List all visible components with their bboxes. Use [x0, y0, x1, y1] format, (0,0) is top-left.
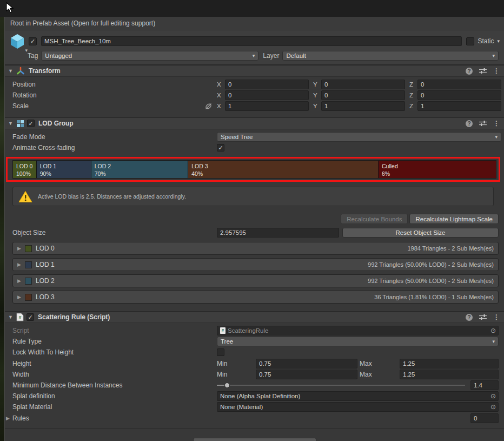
min-distance-slider[interactable]: [217, 380, 465, 390]
transform-header[interactable]: ▼ Transform ? ⋮: [5, 65, 504, 77]
position-label: Position: [12, 81, 217, 88]
lod0-detail-row[interactable]: ▶ LOD 0 1984 Triangles - 2 Sub Mesh(es): [12, 242, 499, 255]
transform-body: Position X Y Z Rotation X Y Z Scale: [5, 77, 504, 115]
axis-x-label[interactable]: X: [217, 81, 222, 88]
gameobject-name-input[interactable]: [41, 36, 462, 46]
rules-count-input[interactable]: [470, 413, 499, 423]
help-icon[interactable]: ?: [466, 314, 473, 321]
position-row: Position X Y Z: [5, 79, 501, 90]
position-z-input[interactable]: [417, 80, 501, 89]
tag-dropdown[interactable]: Untagged ▾: [41, 51, 258, 61]
lod0-segment[interactable]: LOD 0 100%: [13, 161, 37, 178]
object-picker-icon[interactable]: ⊙: [490, 392, 496, 400]
min-distance-label: Minimum Distance Between Instances: [12, 381, 217, 389]
layer-dropdown[interactable]: Default ▾: [282, 51, 499, 61]
width-max-input[interactable]: [400, 370, 499, 379]
foldout-closed-icon[interactable]: ▶: [17, 246, 23, 251]
foldout-open-icon[interactable]: ▼: [8, 314, 14, 320]
scale-z-input[interactable]: [417, 101, 501, 111]
lod0-detail-label: LOD 0: [36, 245, 55, 252]
height-min-input[interactable]: [256, 359, 357, 368]
position-x-input[interactable]: [225, 80, 309, 89]
splat-definition-label: Splat definition: [12, 392, 217, 400]
width-min-input[interactable]: [256, 370, 357, 379]
red-annotation-box: LOD 0 100% LOD 1 90% LOD 2 70% LOD 3 40%: [6, 157, 500, 182]
lod2-detail-row[interactable]: ▶ LOD 2 992 Triangles (50.00% LOD0) - 2 …: [12, 274, 499, 287]
axis-y-label[interactable]: Y: [313, 103, 319, 109]
animate-crossfade-label: Animate Cross-fading: [12, 144, 217, 152]
transform-title: Transform: [29, 67, 61, 75]
prefab-banner-text: Root in Prefab Asset (Open for full edit…: [10, 19, 155, 27]
lod2-color-swatch: [25, 278, 32, 285]
slider-thumb[interactable]: [224, 383, 230, 388]
rotation-x-input[interactable]: [225, 90, 309, 100]
presets-icon[interactable]: [479, 120, 487, 127]
help-icon[interactable]: ?: [466, 68, 473, 75]
rule-type-dropdown[interactable]: Tree ▾: [217, 337, 499, 346]
foldout-open-icon[interactable]: ▼: [8, 121, 14, 126]
mouse-cursor: [5, 2, 15, 13]
fade-mode-dropdown[interactable]: Speed Tree ▾: [217, 132, 501, 142]
height-max-input[interactable]: [400, 359, 499, 368]
axis-z-label[interactable]: Z: [409, 103, 415, 109]
splat-definition-field[interactable]: None (Alpha Splat Definition) ⊙: [217, 391, 499, 401]
axis-y-label[interactable]: Y: [313, 92, 319, 98]
scale-x-input[interactable]: [225, 101, 309, 111]
scale-y-input[interactable]: [321, 101, 405, 111]
prefab-asset-banner[interactable]: Root in Prefab Asset (Open for full edit…: [5, 17, 504, 30]
presets-icon[interactable]: [479, 68, 487, 74]
help-icon[interactable]: ?: [466, 120, 473, 127]
lod-group-header[interactable]: ▼ ✓ LOD Group ? ⋮: [5, 117, 504, 129]
object-picker-icon[interactable]: ⊙: [490, 403, 496, 411]
animate-crossfade-checkbox[interactable]: ✓: [217, 144, 224, 152]
min-label: Min: [217, 360, 256, 367]
lod2-detail-label: LOD 2: [36, 277, 55, 285]
scattering-rule-header[interactable]: ▼ # ✓ Scattering Rule (Script) ? ⋮: [5, 311, 504, 323]
axis-y-label[interactable]: Y: [313, 81, 319, 88]
foldout-closed-icon[interactable]: ▶: [17, 278, 23, 284]
foldout-closed-icon[interactable]: ▶: [17, 262, 23, 267]
foldout-closed-icon[interactable]: ▶: [6, 416, 11, 421]
axis-x-label[interactable]: X: [217, 103, 222, 109]
presets-icon[interactable]: [479, 314, 487, 320]
recalculate-bounds-button[interactable]: Recalculate Bounds: [341, 214, 408, 224]
axis-z-label[interactable]: Z: [409, 81, 415, 88]
active-checkbox[interactable]: ✓: [29, 37, 37, 45]
min-distance-input[interactable]: [470, 380, 499, 390]
rotation-y-input[interactable]: [321, 90, 405, 100]
lod3-segment[interactable]: LOD 3 40%: [188, 161, 379, 178]
lod1-segment[interactable]: LOD 1 90%: [37, 161, 91, 178]
axis-x-label[interactable]: X: [217, 92, 222, 98]
recalculate-lightmap-button[interactable]: Recalculate Lightmap Scale: [409, 214, 499, 224]
foldout-closed-icon[interactable]: ▶: [17, 294, 23, 300]
kebab-menu-icon[interactable]: ⋮: [493, 120, 500, 127]
scattering-enabled-checkbox[interactable]: ✓: [26, 313, 34, 321]
lod3-detail-row[interactable]: ▶ LOD 3 36 Triangles (1.81% LOD0) - 1 Su…: [12, 291, 499, 304]
position-y-input[interactable]: [321, 80, 405, 89]
static-checkbox[interactable]: [466, 37, 474, 45]
lod0-detail-info: 1984 Triangles - 2 Sub Mesh(es): [407, 245, 494, 252]
static-dropdown-icon[interactable]: ▾: [497, 38, 500, 44]
add-component-button[interactable]: Add Component: [193, 438, 316, 441]
kebab-menu-icon[interactable]: ⋮: [493, 313, 500, 321]
object-size-input[interactable]: [217, 228, 339, 238]
axis-z-label[interactable]: Z: [409, 92, 415, 98]
lod2-segment[interactable]: LOD 2 70%: [91, 161, 188, 178]
splat-material-field[interactable]: None (Material) ⊙: [217, 402, 499, 412]
lod1-detail-row[interactable]: ▶ LOD 1 992 Triangles (50.00% LOD0) - 2 …: [12, 258, 499, 271]
script-object-field[interactable]: # ScatteringRule ⊙: [217, 326, 499, 335]
object-picker-icon[interactable]: ⊙: [490, 327, 496, 334]
culled-segment[interactable]: Culled 6%: [379, 161, 496, 178]
lock-width-checkbox[interactable]: [217, 348, 224, 356]
lod-group-enabled-checkbox[interactable]: ✓: [27, 120, 35, 127]
rules-row[interactable]: ▶ Rules: [5, 413, 501, 423]
kebab-menu-icon[interactable]: ⋮: [493, 67, 500, 75]
lod3-segment-percent: 40%: [191, 170, 378, 177]
prefab-override-caret-icon[interactable]: ▾: [25, 48, 28, 53]
unlinked-scale-icon[interactable]: [204, 102, 213, 110]
gameobject-icon-button[interactable]: ▾: [8, 33, 29, 49]
reset-object-size-button[interactable]: Reset Object Size: [342, 228, 499, 238]
fade-mode-label: Fade Mode: [12, 133, 217, 141]
foldout-open-icon[interactable]: ▼: [8, 68, 14, 74]
rotation-z-input[interactable]: [417, 90, 501, 100]
